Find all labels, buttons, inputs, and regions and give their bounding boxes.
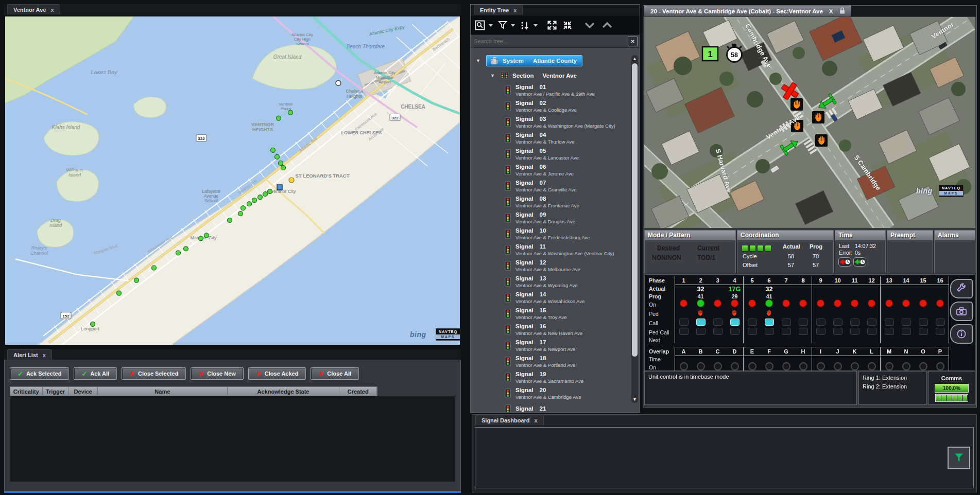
clear-search-icon[interactable]: ✕ bbox=[628, 37, 638, 46]
signal-marker[interactable] bbox=[268, 189, 272, 194]
tree-item-signal[interactable]: Signal19Ventnor Ave & Sacramento Ave bbox=[471, 369, 640, 385]
tree-item-signal[interactable]: Signal21 bbox=[471, 401, 640, 412]
signal-number-marker[interactable]: 1 bbox=[702, 47, 718, 61]
signal-marker[interactable] bbox=[252, 198, 257, 203]
chevron-down-icon[interactable] bbox=[511, 24, 515, 27]
signal-marker[interactable] bbox=[263, 192, 268, 197]
tree-item-signal[interactable]: Signal03Ventnor Ave & Washington Ave (Ma… bbox=[471, 114, 640, 130]
column-header-trigger[interactable]: Trigger bbox=[43, 387, 69, 396]
clock-red-icon[interactable] bbox=[838, 257, 851, 269]
alert-button-close-selected[interactable]: ✗Close Selected bbox=[122, 367, 186, 380]
tab-alert-list[interactable]: Alert List x bbox=[7, 349, 52, 360]
search-icon[interactable] bbox=[475, 20, 485, 30]
alert-table-body[interactable] bbox=[10, 396, 455, 482]
tab-ventnor-ave-map[interactable]: Ventnor Ave x bbox=[7, 4, 60, 14]
signal-marker[interactable] bbox=[228, 218, 232, 223]
info-button[interactable] bbox=[950, 324, 973, 344]
filter-icon[interactable] bbox=[498, 21, 507, 30]
close-icon[interactable]: x bbox=[513, 7, 517, 13]
tab-signal-dashboard[interactable]: Signal Dashboard x bbox=[475, 415, 544, 425]
road-map-canvas[interactable]: Lakes BayGreat IslandAtlantic CityCity H… bbox=[5, 16, 460, 345]
signal-marker[interactable] bbox=[247, 202, 252, 206]
tree-item-signal[interactable]: Signal16Ventnor Ave & New Haven Ave bbox=[471, 322, 640, 338]
signal-marker-yellow[interactable] bbox=[289, 178, 294, 183]
expander-icon[interactable]: ▼ bbox=[490, 73, 496, 78]
chevron-down-icon[interactable] bbox=[534, 24, 538, 27]
signal-marker[interactable] bbox=[258, 195, 263, 200]
signal-marker[interactable] bbox=[238, 211, 243, 216]
signal-marker[interactable] bbox=[152, 266, 157, 270]
signal-marker[interactable] bbox=[279, 161, 283, 165]
tree-item-system[interactable]: ▼SystemAtlantic County bbox=[471, 54, 640, 67]
tree-item-signal[interactable]: Signal05Ventnor Ave & Lancaster Ave bbox=[471, 146, 640, 162]
tree-item-signal[interactable]: Signal08Ventnor Ave & Frontenac Ave bbox=[471, 194, 640, 210]
scrollbar-thumb[interactable] bbox=[632, 63, 638, 357]
signal-marker[interactable] bbox=[275, 154, 280, 159]
signal-marker-selected[interactable] bbox=[277, 185, 282, 190]
tree-item-signal[interactable]: Signal13Ventnor Ave & Wyoming Ave bbox=[471, 274, 640, 290]
tree-item-signal[interactable]: Signal15Ventnor Ave & Troy Ave bbox=[471, 306, 640, 322]
chevron-down-icon[interactable] bbox=[489, 24, 493, 27]
scroll-up-icon[interactable]: ▲ bbox=[631, 56, 638, 61]
expand-all-icon[interactable] bbox=[547, 20, 557, 30]
signal-marker[interactable] bbox=[271, 148, 276, 152]
column-header-created[interactable]: Created bbox=[339, 387, 377, 396]
close-icon[interactable]: x bbox=[50, 7, 54, 13]
collapse-all-icon[interactable] bbox=[562, 20, 573, 30]
signal-marker[interactable] bbox=[277, 116, 281, 120]
snapshot-button[interactable] bbox=[950, 302, 973, 321]
tree-item-section[interactable]: ▼SectionVentnor Ave bbox=[471, 69, 640, 82]
tree-item-signal[interactable]: Signal04Ventnor Ave & Thurlow Ave bbox=[471, 130, 640, 146]
close-icon[interactable]: X bbox=[829, 8, 833, 14]
dashboard-filter-button[interactable] bbox=[948, 447, 970, 469]
signal-marker[interactable] bbox=[241, 206, 246, 210]
tree-item-signal[interactable]: Signal17Ventnor Ave & Newport Ave bbox=[471, 338, 640, 353]
tree-item-signal[interactable]: Signal11Ventnor Ave & Washington Ave (Ve… bbox=[471, 242, 640, 258]
search-input[interactable] bbox=[473, 36, 625, 46]
road-map[interactable]: Lakes BayGreat IslandAtlantic CityCity H… bbox=[4, 15, 461, 346]
tree-item-signal[interactable]: Signal07Ventnor Ave & Granville Ave bbox=[471, 178, 640, 194]
alert-button-close-new[interactable]: ✗Close New bbox=[191, 367, 244, 380]
expander-icon[interactable]: ▼ bbox=[476, 58, 482, 63]
signal-marker[interactable] bbox=[199, 236, 203, 241]
column-header-name[interactable]: Name bbox=[98, 387, 228, 396]
tree-item-signal[interactable]: Signal06Ventnor Ave & Jerome Ave bbox=[471, 162, 640, 178]
column-header-device[interactable]: Device bbox=[68, 387, 98, 396]
signal-marker[interactable] bbox=[117, 291, 122, 295]
tools-button[interactable] bbox=[950, 279, 973, 298]
signal-title-tab[interactable]: 20 - Ventnor Ave & Cambridge Ave (Cobalt… bbox=[644, 6, 851, 16]
scroll-down-icon[interactable]: ▼ bbox=[631, 397, 638, 402]
tree-item-signal[interactable]: Signal20Ventnor Ave & Cambridge Ave bbox=[471, 385, 640, 401]
tree-scrollbar[interactable]: ▲ ▼ bbox=[631, 55, 638, 403]
alert-button-ack-all[interactable]: ✓Ack All bbox=[74, 367, 117, 380]
signal-marker[interactable] bbox=[281, 165, 286, 170]
tree-item-system-selection[interactable]: SystemAtlantic County bbox=[486, 55, 582, 66]
tree-item-signal[interactable]: Signal01Ventnor Ave / Pacific Ave & 29th… bbox=[471, 82, 640, 98]
column-header-criticality[interactable]: Criticality bbox=[10, 387, 43, 396]
close-icon[interactable]: x bbox=[535, 417, 538, 423]
clock-green-icon[interactable] bbox=[853, 257, 866, 269]
alert-button-ack-selected[interactable]: ✓Ack Selected bbox=[10, 367, 69, 380]
signal-marker[interactable] bbox=[288, 110, 293, 115]
signal-marker[interactable] bbox=[134, 278, 139, 282]
signal-marker[interactable] bbox=[184, 246, 188, 251]
aerial-canvas[interactable]: 158 Cambridge AveVentnor AveS Harvard Av… bbox=[644, 17, 975, 228]
signal-marker-open[interactable] bbox=[336, 80, 341, 85]
signal-marker[interactable] bbox=[204, 233, 209, 238]
chevron-down-icon[interactable] bbox=[583, 21, 596, 29]
close-icon[interactable]: x bbox=[43, 352, 46, 358]
tree-item-signal[interactable]: Signal18Ventnor Ave & Portland Ave bbox=[471, 353, 640, 369]
tree-item-signal[interactable]: Signal12Ventnor Ave & Melbourne Ave bbox=[471, 258, 640, 274]
column-header-acknowledge-state[interactable]: Acknowledge State bbox=[228, 387, 340, 396]
sort-icon[interactable] bbox=[520, 21, 530, 30]
tree-item-signal[interactable]: Signal14Ventnor Ave & Wissahickon Ave bbox=[471, 290, 640, 306]
signal-marker[interactable] bbox=[176, 251, 181, 255]
chevron-up-icon[interactable] bbox=[600, 21, 614, 29]
alert-button-close-acked[interactable]: ✗Close Acked bbox=[248, 367, 306, 380]
tree-item-signal[interactable]: Signal09Ventnor Ave & Douglas Ave bbox=[471, 210, 640, 226]
tree-item-signal[interactable]: Signal02Ventnor Ave & Coolidge Ave bbox=[471, 98, 640, 114]
alert-button-close-all[interactable]: ✗Close All bbox=[311, 367, 359, 380]
tab-entity-tree[interactable]: Entity Tree x bbox=[474, 5, 523, 15]
tree-item-signal[interactable]: Signal10Ventnor Ave & Fredericksburg Ave bbox=[471, 226, 640, 242]
aerial-map[interactable]: 158 Cambridge AveVentnor AveS Harvard Av… bbox=[644, 17, 975, 228]
